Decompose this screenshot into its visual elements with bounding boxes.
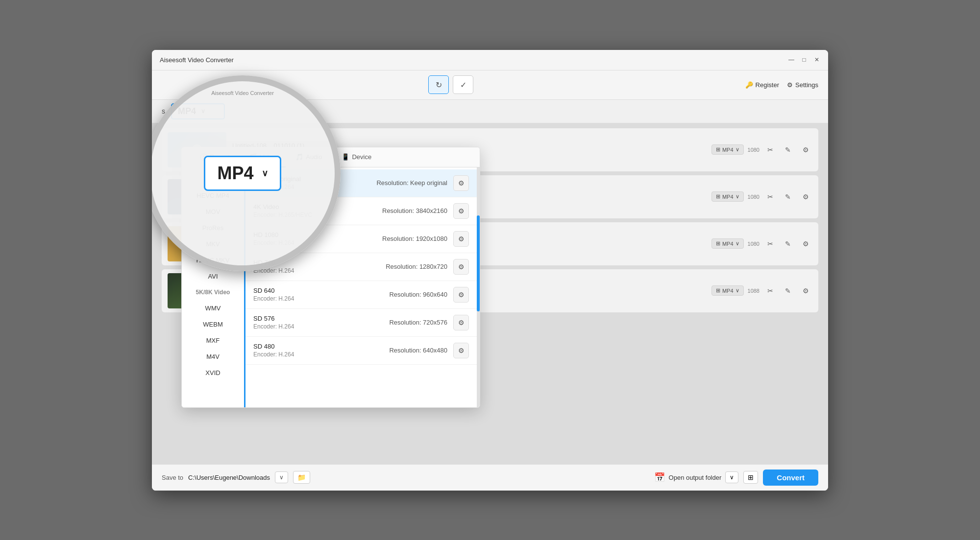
device-tab-icon: 📱 (342, 153, 349, 161)
format-section-5k: 5K/8K Video (182, 284, 244, 300)
window-controls: — □ ✕ (788, 56, 820, 63)
quality-name-sd480: SD 480 (253, 343, 383, 350)
close-button[interactable]: ✕ (813, 56, 820, 63)
format-item-xvid[interactable]: XVID (182, 365, 244, 381)
refresh-button[interactable]: ↻ (428, 75, 449, 94)
quality-resolution-hd1080: Resolution: 1920x1080 (382, 235, 447, 242)
magnify-overlay: Aiseesoft Video Converter MP4 ∨ (152, 75, 341, 271)
quality-item-sd640[interactable]: SD 640 Encoder: H.264 Resolution: 960x64… (245, 281, 477, 309)
magnify-format-label: MP4 (217, 163, 253, 184)
quality-name-sd576: SD 576 (253, 315, 383, 322)
output-folder-area: 📅 Open output folder ∨ (654, 471, 739, 483)
quality-name-sd640: SD 640 (253, 287, 383, 294)
quality-settings-btn-sd640[interactable]: ⚙ (453, 287, 469, 303)
settings-button[interactable]: ⚙ Settings (787, 81, 818, 89)
quality-encoder-hd720: Encoder: H.264 (253, 267, 380, 274)
quality-encoder-sd576: Encoder: H.264 (253, 323, 383, 330)
settings-label: Settings (795, 81, 818, 89)
bottom-bar: Save to C:\Users\Eugene\Downloads ∨ 📁 📅 … (152, 464, 828, 491)
browse-folder-button[interactable]: 📁 (293, 471, 310, 484)
convert-button[interactable]: Convert (763, 470, 818, 486)
open-output-label: Open output folder (669, 474, 722, 481)
quality-info-sd640: SD 640 Encoder: H.264 (253, 287, 383, 302)
format-item-webm[interactable]: WEBM (182, 316, 244, 332)
quality-item-sd480[interactable]: SD 480 Encoder: H.264 Resolution: 640x48… (245, 337, 477, 365)
output-folder-dropdown[interactable]: ∨ (725, 471, 738, 483)
quality-resolution-hd720: Resolution: 1280x720 (386, 263, 447, 270)
quality-settings-btn-sd480[interactable]: ⚙ (453, 343, 469, 358)
magnify-chevron-icon: ∨ (262, 168, 268, 179)
quality-settings-btn-same[interactable]: ⚙ (453, 175, 469, 191)
quality-encoder-sd480: Encoder: H.264 (253, 351, 383, 358)
quality-info-sd576: SD 576 Encoder: H.264 (253, 315, 383, 330)
quality-resolution-sd640: Resolution: 960x640 (389, 291, 447, 298)
quality-resolution-4k: Resolution: 3840x2160 (382, 207, 447, 214)
format-item-mxf[interactable]: MXF (182, 332, 244, 349)
register-button[interactable]: 🔑 Register (745, 81, 779, 89)
quality-resolution-same: Resolution: Keep original (376, 179, 447, 187)
grid-view-button[interactable]: ⊞ (743, 471, 758, 484)
popup-scrollbar-thumb (477, 215, 480, 311)
output-folder-icon: 📅 (654, 472, 665, 483)
refresh-icon: ↻ (436, 80, 442, 90)
toolbar-center-buttons: ↻ ✓ (428, 75, 473, 94)
quality-settings-btn-hd1080[interactable]: ⚙ (453, 231, 469, 247)
magnify-title: Aiseesoft Video Converter (211, 90, 274, 96)
register-label: Register (756, 81, 779, 89)
magnify-format-dropdown[interactable]: MP4 ∨ (204, 156, 281, 191)
quality-settings-btn-4k[interactable]: ⚙ (453, 203, 469, 219)
minimize-button[interactable]: — (788, 56, 795, 63)
check-icon: ✓ (460, 80, 466, 90)
save-path-dropdown[interactable]: ∨ (275, 471, 288, 483)
popup-scrollbar[interactable] (477, 167, 480, 407)
quality-resolution-sd480: Resolution: 640x480 (389, 347, 447, 354)
quality-info-sd480: SD 480 Encoder: H.264 (253, 343, 383, 358)
quality-item-sd576[interactable]: SD 576 Encoder: H.264 Resolution: 720x57… (245, 309, 477, 337)
title-bar: Aiseesoft Video Converter — □ ✕ (152, 50, 828, 70)
save-path-value: C:\Users\Eugene\Downloads (188, 474, 270, 481)
gear-icon: ⚙ (787, 81, 793, 89)
checkmark-button[interactable]: ✓ (453, 75, 473, 94)
magnify-inner: Aiseesoft Video Converter MP4 ∨ (152, 81, 335, 265)
format-item-wmv[interactable]: WMV (182, 300, 244, 316)
quality-encoder-sd640: Encoder: H.264 (253, 295, 383, 302)
save-to-label: Save to (162, 474, 183, 481)
main-window: Aiseesoft Video Converter — □ ✕ ↻ ✓ 🔑 Re… (152, 50, 828, 491)
app-title: Aiseesoft Video Converter (160, 56, 788, 64)
maximize-button[interactable]: □ (801, 56, 808, 63)
quality-resolution-sd576: Resolution: 720x576 (389, 319, 447, 326)
key-icon: 🔑 (745, 81, 753, 89)
format-item-m4v[interactable]: M4V (182, 349, 244, 365)
quality-settings-btn-hd720[interactable]: ⚙ (453, 259, 469, 275)
toolbar-right: 🔑 Register ⚙ Settings (745, 81, 818, 89)
quality-settings-btn-sd576[interactable]: ⚙ (453, 315, 469, 330)
tab-device-label: Device (352, 153, 371, 161)
